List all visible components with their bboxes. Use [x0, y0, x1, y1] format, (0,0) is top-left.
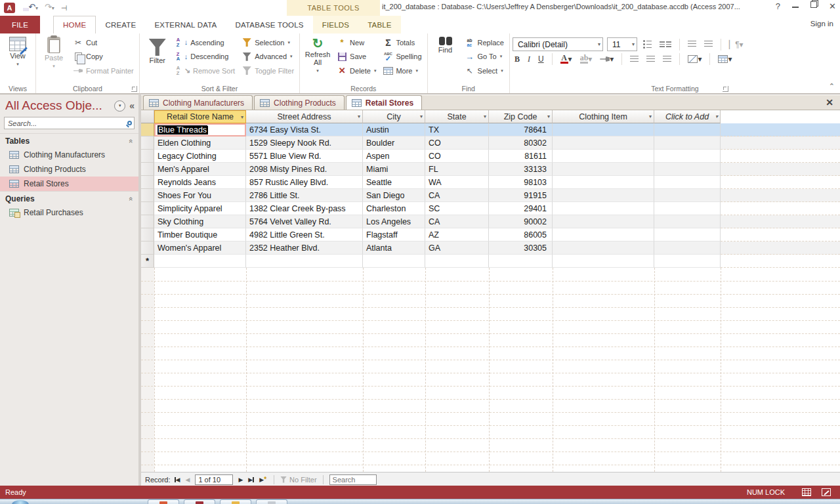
new-record-row[interactable]: *	[141, 255, 840, 268]
no-filter-button[interactable]: No Filter	[280, 476, 317, 484]
cell[interactable]	[654, 123, 721, 136]
clipboard-dialog-launcher[interactable]	[131, 86, 137, 92]
cell[interactable]: Boulder	[363, 136, 425, 150]
ribbon-tab-table[interactable]: TABLE	[358, 16, 401, 33]
doc-tab-retail-stores[interactable]: Retail Stores	[346, 95, 422, 110]
cell[interactable]: 90002	[489, 215, 553, 228]
start-orb-icon[interactable]	[12, 500, 29, 504]
cell[interactable]: 98103	[489, 176, 553, 189]
cell[interactable]: 4982 Little Green St.	[246, 228, 363, 242]
replace-button[interactable]: abac Replace	[462, 35, 507, 50]
row-selector[interactable]	[141, 150, 154, 163]
format-painter-button[interactable]: Format Painter	[70, 64, 136, 78]
row-selector[interactable]	[141, 136, 154, 150]
cell[interactable]: Legacy Clothing	[154, 150, 246, 163]
current-record-box[interactable]: 1 of 10	[195, 474, 233, 485]
undo-icon[interactable]: ↶▾	[28, 2, 38, 14]
cell[interactable]: 1529 Sleepy Nook Rd.	[246, 136, 363, 150]
decrease-indent-icon[interactable]	[686, 41, 698, 48]
nav-pane-menu-icon[interactable]: ▾	[114, 100, 125, 112]
cell[interactable]: 30305	[489, 242, 553, 255]
cell[interactable]	[553, 163, 654, 176]
more-button[interactable]: More▾	[380, 64, 424, 78]
cell[interactable]: Atlanta	[363, 242, 425, 255]
cell[interactable]	[553, 215, 654, 228]
datasheet-view-status-icon[interactable]	[802, 488, 811, 496]
cell[interactable]	[654, 136, 721, 150]
cell[interactable]	[654, 150, 721, 163]
advanced-button[interactable]: Advanced▾	[239, 50, 297, 64]
cell[interactable]	[363, 255, 425, 268]
nav-group-header-queries[interactable]: Queries«	[0, 191, 138, 205]
underline-button[interactable]: U	[536, 54, 546, 64]
cell[interactable]: 857 Rustic Alley Blvd.	[246, 176, 363, 189]
cell[interactable]: 5764 Velvet Valley Rd.	[246, 215, 363, 228]
cell[interactable]	[553, 176, 654, 189]
new-record-selector[interactable]: *	[141, 255, 154, 268]
taskbar-app-3[interactable]	[220, 499, 251, 504]
last-record-icon[interactable]: ▶	[247, 476, 255, 483]
previous-record-icon[interactable]: ◀	[184, 476, 191, 483]
redo-icon[interactable]: ↷▾	[45, 2, 54, 14]
collapse-group-icon[interactable]: «	[127, 139, 135, 143]
cell[interactable]	[553, 242, 654, 255]
text-direction-icon[interactable]: ▏¶ ▾	[727, 40, 746, 49]
cell[interactable]: GA	[425, 242, 489, 255]
cell[interactable]	[553, 228, 654, 242]
cell[interactable]	[553, 123, 654, 136]
ribbon-tab-file[interactable]: FILE	[0, 16, 40, 33]
collapse-group-icon[interactable]: «	[127, 197, 135, 201]
copy-button[interactable]: Copy	[70, 50, 136, 64]
cell[interactable]: 86005	[489, 228, 553, 242]
ascending-button[interactable]: AZ↓ Ascending	[174, 35, 238, 50]
cell[interactable]: SC	[425, 202, 489, 215]
totals-button[interactable]: Σ Totals	[380, 35, 424, 50]
filter-button[interactable]: Filter	[142, 35, 173, 64]
column-filter-arrow-icon[interactable]: ▾	[715, 114, 718, 119]
cell[interactable]: Charleston	[363, 202, 425, 215]
paste-button[interactable]: Paste ▾	[39, 35, 69, 70]
cell[interactable]: FL	[425, 163, 489, 176]
doc-tab-clothing-products[interactable]: Clothing Products	[254, 95, 345, 110]
restore-button[interactable]	[810, 1, 817, 8]
cell[interactable]	[654, 176, 721, 189]
cell[interactable]	[489, 255, 553, 268]
search-icon[interactable]	[127, 121, 132, 125]
cell[interactable]: Miami	[363, 163, 425, 176]
column-header-retail-store-name[interactable]: Retail Store Name▾	[154, 110, 246, 123]
cell[interactable]: Aspen	[363, 150, 425, 163]
cell[interactable]: 78641	[489, 123, 553, 136]
view-button[interactable]: View ▾	[3, 35, 33, 68]
qat-customize-icon[interactable]: ⊣	[61, 4, 68, 12]
delete-record-button[interactable]: ✕ Delete▾	[334, 64, 379, 78]
cell[interactable]	[553, 202, 654, 215]
cell[interactable]: Women's Apparel	[154, 242, 246, 255]
font-name-combo[interactable]: Calibri (Detail)▾	[513, 37, 603, 51]
cell[interactable]	[654, 215, 721, 228]
sign-in-link[interactable]: Sign in	[810, 20, 833, 28]
first-record-icon[interactable]: ◀	[173, 476, 182, 483]
numbering-icon[interactable]	[658, 41, 673, 47]
cell[interactable]: Simplicity Apparel	[154, 202, 246, 215]
remove-sort-button[interactable]: AZ↘ Remove Sort	[174, 64, 238, 78]
cell[interactable]: Shoes For You	[154, 189, 246, 202]
record-search-input[interactable]	[330, 476, 376, 484]
italic-button[interactable]: I	[526, 54, 532, 64]
cell[interactable]	[654, 242, 721, 255]
row-selector[interactable]	[141, 202, 154, 215]
ribbon-tab-home[interactable]: HOME	[53, 16, 96, 33]
background-color-button[interactable]: ▾	[598, 54, 616, 64]
cell[interactable]	[553, 150, 654, 163]
cell[interactable]: TX	[425, 123, 489, 136]
cell[interactable]: WA	[425, 176, 489, 189]
save-record-button[interactable]: Save	[334, 50, 379, 64]
cell[interactable]	[654, 228, 721, 242]
ribbon-tab-fields[interactable]: FIELDS	[313, 16, 358, 33]
cell[interactable]: 2352 Heather Blvd.	[246, 242, 363, 255]
alternate-row-color-button[interactable]: ▾	[716, 54, 734, 64]
cell[interactable]: CO	[425, 150, 489, 163]
cell[interactable]: AZ	[425, 228, 489, 242]
cell[interactable]: CA	[425, 215, 489, 228]
editing-cell[interactable]: Blue Threads	[154, 123, 246, 136]
cell[interactable]: 80302	[489, 136, 553, 150]
